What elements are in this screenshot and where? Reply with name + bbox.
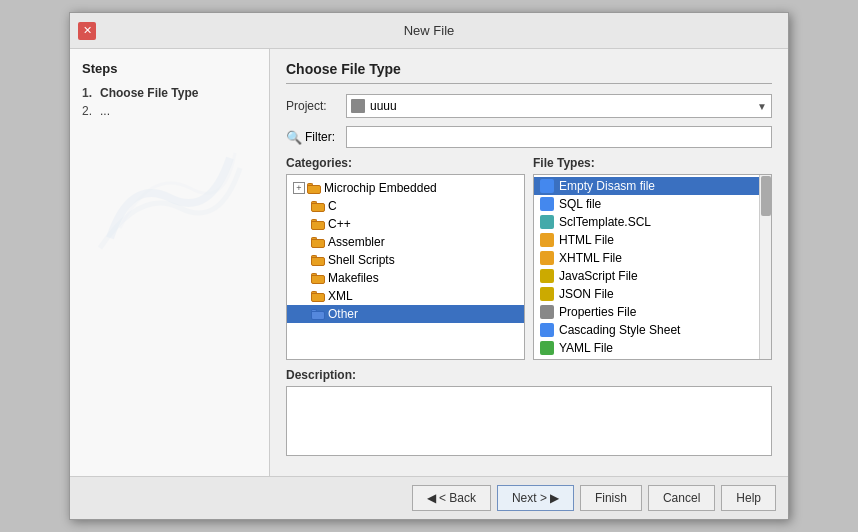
categories-label: Categories: (286, 156, 525, 170)
step-1-label: Choose File Type (100, 86, 198, 100)
project-value: uuuu (370, 99, 397, 113)
search-icon: 🔍 (286, 130, 302, 145)
list-item[interactable]: C++ (287, 215, 524, 233)
folder-icon (307, 183, 321, 194)
description-label: Description: (286, 368, 772, 382)
list-item[interactable]: Cascading Style Sheet (534, 321, 771, 339)
finish-button[interactable]: Finish (580, 485, 642, 511)
file-type-icon (540, 323, 554, 337)
new-file-dialog: ✕ New File Steps 1. Choose File Type 2. … (69, 12, 789, 520)
steps-title: Steps (82, 61, 257, 76)
category-label: Shell Scripts (328, 253, 395, 267)
next-label: Next > (512, 491, 547, 505)
close-button[interactable]: ✕ (78, 22, 96, 40)
step-1-number: 1. (82, 86, 100, 100)
file-type-label: YAML File (559, 341, 613, 355)
folder-icon (311, 291, 325, 302)
description-section: Description: (286, 368, 772, 456)
next-button[interactable]: Next > ▶ (497, 485, 574, 511)
list-item[interactable]: Empty Disasm file (534, 177, 771, 195)
file-type-icon (540, 197, 554, 211)
file-type-icon (540, 233, 554, 247)
category-label: Microchip Embedded (324, 181, 437, 195)
project-icon (351, 99, 365, 113)
step-1: 1. Choose File Type (82, 86, 257, 100)
list-item[interactable]: Makefiles (287, 269, 524, 287)
back-arrow-icon: ◀ (427, 491, 436, 505)
list-item[interactable]: JSON File (534, 285, 771, 303)
back-label: < Back (439, 491, 476, 505)
categories-section: Categories: + Microchip Embedded (286, 156, 525, 360)
cancel-label: Cancel (663, 491, 700, 505)
folder-icon (311, 237, 325, 248)
category-label: C (328, 199, 337, 213)
finish-label: Finish (595, 491, 627, 505)
file-type-label: SQL file (559, 197, 601, 211)
main-panel: Choose File Type Project: uuuu ▼ 🔍 Filte… (270, 49, 788, 476)
list-item[interactable]: SQL file (534, 195, 771, 213)
description-box (286, 386, 772, 456)
file-type-label: HTML File (559, 233, 614, 247)
file-type-label: JSON File (559, 287, 614, 301)
dialog-title: New File (96, 23, 762, 38)
file-type-icon (540, 215, 554, 229)
back-button[interactable]: ◀ < Back (412, 485, 491, 511)
file-type-icon (540, 287, 554, 301)
list-item[interactable]: Other (287, 305, 524, 323)
cancel-button[interactable]: Cancel (648, 485, 715, 511)
filter-label: Filter: (305, 130, 335, 144)
close-icon: ✕ (83, 24, 92, 37)
list-item[interactable]: YAML File (534, 339, 771, 357)
file-type-icon (540, 251, 554, 265)
list-item[interactable]: XML (287, 287, 524, 305)
list-item[interactable]: XHTML File (534, 249, 771, 267)
file-type-icon (540, 305, 554, 319)
file-types-panel[interactable]: Empty Disasm file SQL file SclTemplate.S… (533, 174, 772, 360)
scrollbar[interactable] (759, 175, 771, 359)
filter-input[interactable] (346, 126, 772, 148)
help-button[interactable]: Help (721, 485, 776, 511)
folder-icon (311, 309, 325, 320)
project-row: Project: uuuu ▼ (286, 94, 772, 118)
file-type-icon (540, 179, 554, 193)
list-item[interactable]: HTML File (534, 231, 771, 249)
tree-expander-icon[interactable]: + (293, 182, 305, 194)
list-item[interactable]: Assembler (287, 233, 524, 251)
project-label: Project: (286, 99, 346, 113)
category-label: XML (328, 289, 353, 303)
list-item[interactable]: + Microchip Embedded (287, 179, 524, 197)
list-item[interactable]: Properties File (534, 303, 771, 321)
steps-panel: Steps 1. Choose File Type 2. ... (70, 49, 270, 476)
categories-tree[interactable]: + Microchip Embedded (286, 174, 525, 360)
category-label: Assembler (328, 235, 385, 249)
steps-watermark (82, 138, 257, 258)
file-type-label: Properties File (559, 305, 636, 319)
file-type-label: Empty Disasm file (559, 179, 655, 193)
file-types-label: File Types: (533, 156, 772, 170)
category-label: Makefiles (328, 271, 379, 285)
file-type-icon (540, 269, 554, 283)
folder-icon (311, 255, 325, 266)
list-item[interactable]: Shell Scripts (287, 251, 524, 269)
dropdown-arrow-icon: ▼ (757, 101, 767, 112)
scrollbar-thumb (761, 176, 771, 216)
file-type-label: SclTemplate.SCL (559, 215, 651, 229)
project-select[interactable]: uuuu ▼ (346, 94, 772, 118)
panels-row: Categories: + Microchip Embedded (286, 156, 772, 360)
file-type-list: Empty Disasm file SQL file SclTemplate.S… (534, 175, 771, 359)
list-item[interactable]: SclTemplate.SCL (534, 213, 771, 231)
folder-icon (311, 219, 325, 230)
dialog-body: Steps 1. Choose File Type 2. ... Choose … (70, 49, 788, 476)
step-2-label: ... (100, 104, 110, 118)
file-type-label: JavaScript File (559, 269, 638, 283)
category-label: C++ (328, 217, 351, 231)
filter-row: 🔍 Filter: (286, 126, 772, 148)
folder-icon (311, 201, 325, 212)
help-label: Help (736, 491, 761, 505)
folder-icon (311, 273, 325, 284)
list-item[interactable]: C (287, 197, 524, 215)
step-2-number: 2. (82, 104, 100, 118)
section-title: Choose File Type (286, 61, 772, 84)
list-item[interactable]: JavaScript File (534, 267, 771, 285)
button-row: ◀ < Back Next > ▶ Finish Cancel Help (70, 476, 788, 519)
